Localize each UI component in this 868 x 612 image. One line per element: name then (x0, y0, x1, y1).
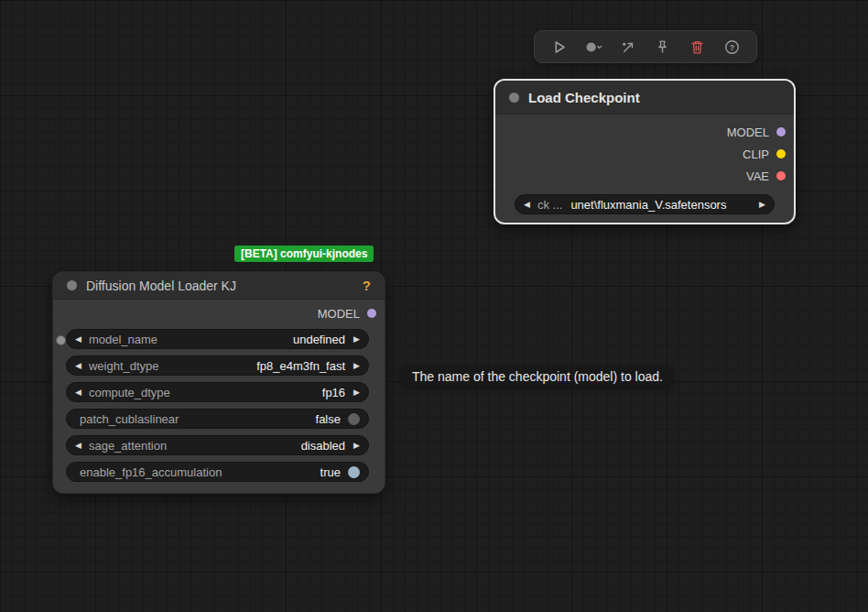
play-icon (550, 38, 568, 56)
node-diffusion-model-loader[interactable]: Diffusion Model Loader KJ ? MODEL ◀ mode… (52, 271, 385, 494)
beta-badge: [BETA] comfyui-kjnodes (234, 246, 374, 262)
clip-slot-dot[interactable] (776, 149, 786, 158)
circle-dropdown-icon (583, 38, 603, 56)
node-editor-canvas[interactable]: ? Load Checkpoint MODEL CLIP VAE ◀ (0, 0, 868, 612)
slot-label: VAE (746, 169, 769, 183)
widget-label: model_name (89, 333, 157, 346)
patch-cublaslinear-toggle[interactable]: patch_cublaslinear false (66, 409, 369, 429)
node-load-checkpoint[interactable]: Load Checkpoint MODEL CLIP VAE ◀ ck ... … (494, 79, 796, 224)
node-header[interactable]: Load Checkpoint (495, 81, 794, 115)
collapse-dot-icon[interactable] (509, 93, 519, 103)
widget-value: fp16 (322, 386, 345, 399)
chevron-left-icon[interactable]: ◀ (75, 335, 81, 344)
selection-toolbar: ? (534, 30, 757, 63)
chevron-right-icon[interactable]: ▶ (353, 335, 360, 344)
chevron-left-icon[interactable]: ◀ (75, 442, 81, 450)
output-slot-vae: VAE (495, 165, 794, 187)
sage-attention-widget[interactable]: ◀ sage_attention disabled ▶ (66, 435, 369, 455)
toggle-circle-icon[interactable] (348, 466, 360, 478)
node-title: Load Checkpoint (528, 90, 640, 105)
toggle-circle-icon[interactable] (348, 413, 360, 425)
chevron-right-icon[interactable]: ▶ (353, 362, 360, 370)
delete-button[interactable] (685, 35, 709, 59)
node-help-icon[interactable]: ? (363, 278, 371, 293)
slot-label: MODEL (727, 126, 769, 139)
pin-button[interactable] (651, 35, 675, 59)
pin-icon (654, 38, 671, 56)
collapse-dot-icon[interactable] (67, 280, 77, 290)
output-slot-model: MODEL (53, 300, 385, 327)
widget-value: false (316, 412, 341, 426)
chevron-left-icon[interactable]: ◀ (524, 201, 530, 209)
chevron-left-icon[interactable]: ◀ (75, 388, 81, 397)
widget-list: ◀ model_name undefined ▶ ◀ weight_dtype … (66, 329, 369, 482)
run-button[interactable] (548, 35, 571, 59)
widget-label: patch_cublaslinear (80, 412, 179, 426)
model-slot-dot[interactable] (776, 127, 786, 137)
model-name-input-dot[interactable] (56, 335, 66, 345)
output-slot-model: MODEL (495, 121, 794, 143)
cursor-arrow-icon (620, 38, 637, 56)
vae-slot-dot[interactable] (776, 171, 786, 180)
chevron-right-icon[interactable]: ▶ (353, 442, 360, 450)
chevron-right-icon[interactable]: ▶ (759, 201, 765, 209)
widget-label: compute_dtype (89, 386, 170, 399)
model-slot-dot[interactable] (367, 309, 376, 318)
compute-dtype-widget[interactable]: ◀ compute_dtype fp16 ▶ (66, 382, 369, 402)
slot-label: MODEL (318, 307, 360, 321)
svg-text:?: ? (729, 42, 733, 51)
chevron-right-icon[interactable]: ▶ (353, 388, 360, 397)
ckpt-name-widget[interactable]: ◀ ck ... unet\fluxmania_V.safetensors ▶ (515, 194, 775, 214)
widget-label: enable_fp16_accumulation (80, 465, 222, 479)
output-slot-clip: CLIP (495, 143, 794, 165)
slot-label: CLIP (743, 148, 769, 161)
help-button[interactable]: ? (720, 35, 743, 59)
widget-label: ck ... (537, 198, 562, 212)
widget-label: sage_attention (89, 439, 167, 453)
widget-value: unet\fluxmania_V.safetensors (570, 198, 726, 212)
output-slots: MODEL CLIP VAE (495, 115, 794, 187)
model-name-widget[interactable]: ◀ model_name undefined ▶ (66, 329, 369, 349)
trash-icon (689, 38, 706, 56)
node-header[interactable]: Diffusion Model Loader KJ ? (53, 272, 385, 300)
convert-button[interactable] (616, 35, 640, 59)
widget-value: disabled (301, 439, 345, 453)
node-color-button[interactable] (581, 35, 605, 59)
enable-fp16-accumulation-toggle[interactable]: enable_fp16_accumulation true (66, 462, 369, 482)
widget-value: fp8_e4m3fn_fast (256, 359, 345, 373)
widget-label: weight_dtype (89, 359, 159, 373)
widget-tooltip: The name of the checkpoint (model) to lo… (402, 366, 673, 388)
help-icon: ? (723, 38, 741, 56)
widget-value: true (320, 465, 341, 479)
chevron-left-icon[interactable]: ◀ (75, 362, 81, 370)
widget-value: undefined (293, 333, 345, 346)
weight-dtype-widget[interactable]: ◀ weight_dtype fp8_e4m3fn_fast ▶ (66, 355, 369, 376)
node-title: Diffusion Model Loader KJ (86, 279, 236, 293)
